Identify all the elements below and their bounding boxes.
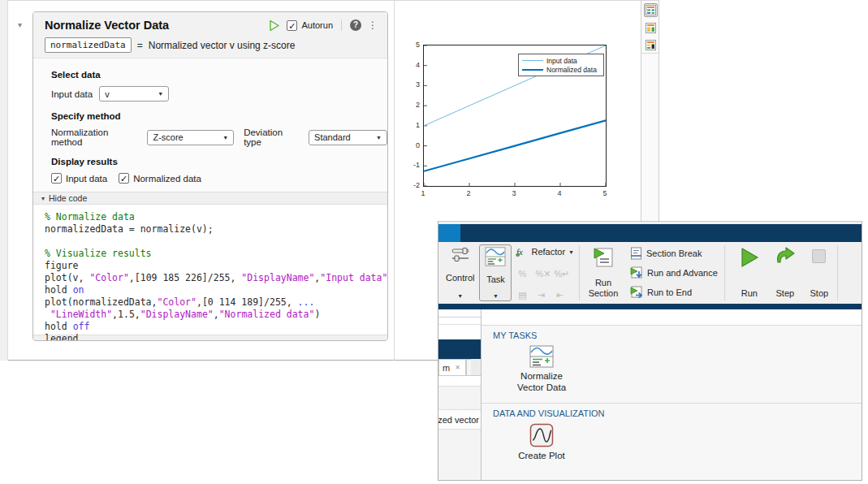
run-task-icon[interactable] [268,19,280,32]
hide-code-toggle[interactable]: ▾ Hide code [33,192,387,205]
legend-label-normalized: Normalized data [546,66,597,74]
toolbar-divider [579,245,580,300]
chevron-down-icon: ▼ [457,293,463,299]
autorun-label: Autorun [301,20,333,30]
mini-doc-icon-2[interactable] [644,21,658,35]
comment-icon[interactable]: % [516,269,528,279]
code-line: "LineWidth",1.5,"DisplayName","Normalize… [45,309,387,321]
step-button[interactable]: Step [767,244,803,301]
wrap-comment-icon[interactable]: %↵ [554,269,565,279]
uncomment-icon[interactable]: %✕ [535,269,546,279]
chevron-down-icon: ▼ [158,91,163,97]
refactor-group: fx Refactor ▼ % %✕ %↵ ▤ ⇥ ⇤ [512,244,577,301]
section-actions-group: Section Break Run and Advance [625,244,723,301]
code-line [45,236,387,248]
my-tasks-header: MY TASKS [493,331,850,340]
close-icon[interactable]: ✕ [455,364,460,371]
run-label: Run [741,288,758,299]
x-tick-label: 2 [460,189,477,197]
plot-legend: Input data Normalized data [518,54,604,76]
indent-icon[interactable]: ⇥ [535,290,546,300]
run-and-advance-button[interactable]: Run and Advance [630,266,718,280]
document-tab[interactable]: m ✕ [438,359,466,375]
input-data-select[interactable]: v ▼ [99,86,169,102]
run-to-end-icon [630,286,643,299]
normalized-data-checkbox[interactable]: ✓ Normalized data [119,173,201,184]
task-menu-icon[interactable]: ⋮ [368,20,378,30]
x-tick-label: 1 [415,189,431,197]
header-separator [341,19,342,31]
format-doc-icon[interactable]: ▤ [516,290,528,300]
task-header: Normalize Vector Data ✓ Autorun ? ⋮ [33,12,387,58]
document-tab-partial[interactable] [466,359,471,375]
editor-left-gutter [0,0,8,361]
gallery-item-create-plot[interactable]: Create Plot [507,423,576,461]
deviation-type-select[interactable]: Standard ▼ [309,130,387,145]
titlebar-accent [438,224,460,242]
step-icon [775,247,796,266]
task-code-area[interactable]: % Normalize datanormalizedData = normali… [33,205,387,335]
y-tick-label: 2 [400,101,420,109]
run-section-button[interactable]: Run Section [581,244,625,301]
refactor-button[interactable]: fx Refactor ▼ [515,246,574,257]
chevron-down-icon: ▼ [376,135,382,140]
chevron-down-icon: ▼ [568,249,574,255]
checkbox-check-icon: ✓ [287,20,297,31]
toolbar-divider [724,245,725,300]
control-sliders-icon [450,247,471,263]
editor-output-divider[interactable] [394,1,395,361]
section-break-button[interactable]: Section Break [630,246,718,261]
side-strip-separator [641,53,659,54]
run-icon [740,247,759,268]
ribbon-overlay-window: Control ▼ Task ▼ [438,221,862,481]
outdent-icon[interactable]: ⇤ [554,290,565,300]
item-label-line: Vector Data [517,382,566,393]
legend-line-sample-input [522,60,543,61]
run-button[interactable]: Run [732,244,767,301]
background-titlebar-fragment [438,339,481,359]
help-icon[interactable]: ? [350,19,361,31]
gallery-section-my-tasks: MY TASKS Normalize [482,326,862,403]
normalized-data-checkbox-label: Normalized data [133,174,201,184]
control-label: Control [446,273,474,283]
stop-button[interactable]: Stop [803,244,836,301]
ribbon-toolbar: Control ▼ Task ▼ [438,242,862,304]
equals-sign: = [137,40,143,51]
toolbar-divider [837,245,838,300]
background-tab-bar: m ✕ [438,359,481,376]
mini-doc-icon-3[interactable] [644,38,658,52]
task-icon [485,247,506,266]
normalization-method-select[interactable]: Z-score ▼ [147,130,234,145]
input-data-value: v [105,89,110,99]
code-line: plot(v, "Color",[109 185 226]/255, "Disp… [45,272,387,284]
code-line: normalizedData = normalize(v); [45,223,387,236]
deviation-type-value: Standard [314,132,351,142]
task-footer [33,335,387,341]
code-line: hold on [45,284,387,296]
step-label: Step [776,288,795,299]
control-button[interactable]: Control ▼ [441,244,479,301]
task-gallery-dropdown: MY TASKS Normalize [481,309,862,480]
run-to-end-button[interactable]: Run to End [630,285,718,300]
input-data-checkbox[interactable]: ✓ Input data [51,173,107,184]
y-tick-label: 5 [400,41,420,49]
data-and-visualization-header: DATA AND VISUALIZATION [493,408,850,418]
chevron-down-icon: ▼ [222,135,228,140]
code-line: % Visualize results [45,248,387,260]
input-data-label: Input data [51,89,93,99]
item-label-line: Create Plot [518,450,565,461]
input-data-checkbox-label: Input data [66,174,107,184]
mini-doc-icon-1[interactable] [644,3,658,17]
gallery-item-normalize-vector-data[interactable]: Normalize Vector Data [507,345,576,393]
normalize-vector-data-task-panel: Normalize Vector Data ✓ Autorun ? ⋮ [32,11,388,341]
autorun-checkbox[interactable]: ✓ Autorun [287,20,333,31]
y-tick-label: 0 [400,141,420,149]
x-tick-label: 4 [551,189,568,197]
section-collapse-icon[interactable]: ▾ [18,20,22,29]
stop-icon [812,249,826,263]
background-window-fragment: m ✕ zed vector [438,309,481,480]
task-button[interactable]: Task ▼ [479,244,512,301]
normalization-method-value: Z-score [153,132,183,142]
output-variable-field[interactable]: normalizedData [45,37,132,53]
section-break-label: Section Break [646,248,702,259]
